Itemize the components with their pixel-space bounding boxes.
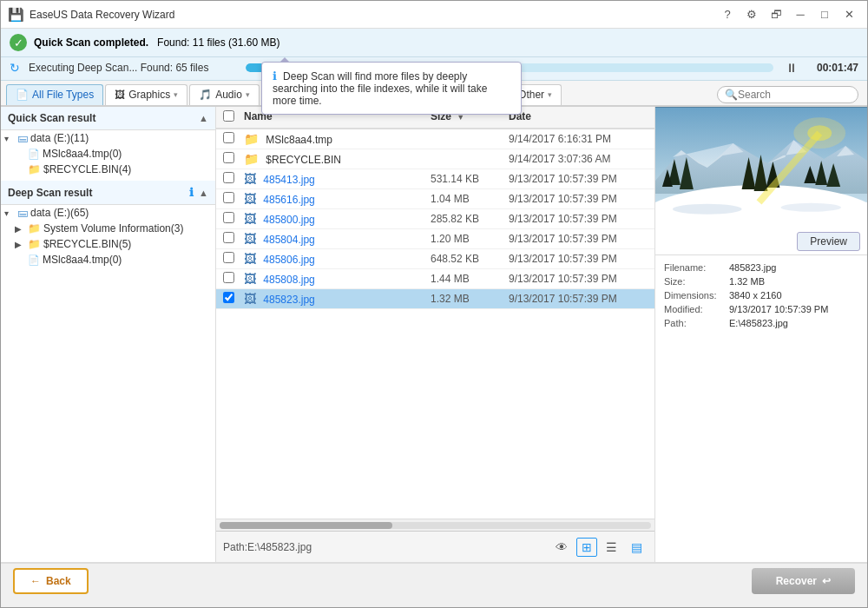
image-icon: 🖼 — [244, 232, 256, 246]
path-value: E:\485823.jpg — [729, 318, 788, 328]
quick-scan-root[interactable]: ▾ 🖴 data (E:)(11) — [1, 130, 215, 146]
row5-check[interactable] — [223, 232, 244, 246]
back-button[interactable]: ← Back — [13, 568, 89, 594]
tab-all-file-types[interactable]: 📄 All File Types — [6, 84, 103, 105]
scrollbar-thumb[interactable] — [220, 522, 392, 529]
other-chevron-icon: ▾ — [548, 90, 552, 99]
tab-other-label: Other — [518, 89, 544, 101]
row1-date: 9/14/2017 3:07:36 AM — [509, 153, 648, 165]
titlebar: 💾 EaseUS Data Recovery Wizard ? ⚙ 🗗 ─ □ … — [1, 1, 867, 29]
deep-scan-child-1[interactable]: ▶ 📁 $RECYCLE.BIN(5) — [1, 236, 215, 252]
row2-name: 🖼 485413.jpg — [244, 172, 431, 186]
deep-scan-child2-label: MSlc8aa4.tmp(0) — [43, 254, 212, 266]
drive-icon: 🖴 — [17, 132, 28, 144]
row2-check[interactable] — [223, 172, 244, 186]
search-box[interactable]: 🔍 — [717, 86, 858, 103]
row3-check[interactable] — [223, 192, 244, 206]
header-date[interactable]: Date — [509, 110, 648, 124]
table-row[interactable]: 🖼 485804.jpg 1.20 MB 9/13/2017 10:57:39 … — [216, 229, 654, 249]
deep-scan-child-2[interactable]: 📄 MSlc8aa4.tmp(0) — [1, 252, 215, 268]
view-icons: 👁 ⊞ ☰ ▤ — [550, 538, 648, 557]
row8-name: 🖼 485823.jpg — [244, 292, 431, 306]
search-icon: 🔍 — [725, 89, 738, 101]
eye-view-button[interactable]: 👁 — [550, 538, 573, 557]
pause-icon[interactable]: ⏸ — [786, 61, 798, 75]
recover-button[interactable]: Recover ↩ — [752, 568, 855, 594]
row7-check[interactable] — [223, 272, 244, 286]
row8-check[interactable] — [223, 292, 244, 306]
deep-scan-info-icon[interactable]: ℹ — [189, 186, 194, 199]
horizontal-scrollbar[interactable] — [216, 519, 654, 531]
info-icon: ℹ — [273, 69, 277, 83]
scrollbar-track[interactable] — [220, 522, 651, 529]
table-row[interactable]: 🖼 485806.jpg 648.52 KB 9/13/2017 10:57:3… — [216, 249, 654, 269]
audio-chevron-icon: ▾ — [246, 90, 250, 99]
svg-point-18 — [673, 204, 742, 215]
dimensions-label: Dimensions: — [664, 290, 729, 301]
restore-down-button[interactable]: 🗗 — [765, 5, 787, 24]
filename-value: 485823.jpg — [729, 262, 776, 273]
row5-name: 🖼 485804.jpg — [244, 232, 431, 246]
deep-scan-root-label: data (E:)(65) — [30, 207, 212, 219]
table-row[interactable]: 📁 $RECYCLE.BIN 9/14/2017 3:07:36 AM — [216, 149, 654, 169]
row6-date: 9/13/2017 10:57:39 PM — [509, 253, 648, 265]
back-label: Back — [46, 575, 71, 587]
quick-scan-child-0[interactable]: 📄 MSlc8aa4.tmp(0) — [1, 146, 215, 162]
minimize-button[interactable]: ─ — [789, 5, 812, 24]
row0-check[interactable] — [223, 132, 244, 146]
quick-scan-child0-label: MSlc8aa4.tmp(0) — [43, 148, 212, 160]
row6-check[interactable] — [223, 252, 244, 266]
action-bar: ← Back Recover ↩ — [1, 562, 867, 598]
quick-scan-controls: ▲ — [199, 113, 208, 123]
row1-name: 📁 $RECYCLE.BIN — [244, 152, 431, 166]
close-button[interactable]: ✕ — [838, 5, 860, 24]
info-size-row: Size: 1.32 MB — [664, 276, 858, 287]
grid-view-button[interactable]: ⊞ — [576, 538, 597, 557]
deep-scan-child0-label: System Volume Information(3) — [43, 222, 212, 235]
deep-scan-child-0[interactable]: ▶ 📁 System Volume Information(3) — [1, 221, 215, 236]
check-icon: ✓ — [10, 34, 27, 51]
image-icon: 🖼 — [244, 192, 256, 206]
maximize-button[interactable]: □ — [813, 5, 836, 24]
settings-button[interactable]: ⚙ — [740, 5, 763, 24]
row3-date: 9/13/2017 10:57:39 PM — [509, 193, 648, 205]
deep-scan-collapse-icon[interactable]: ▲ — [199, 188, 208, 198]
quick-scan-collapse-icon[interactable]: ▲ — [199, 113, 208, 123]
image-icon: 🖼 — [244, 292, 256, 306]
tab-audio-label: Audio — [215, 89, 242, 101]
table-row[interactable]: 🖼 485808.jpg 1.44 MB 9/13/2017 10:57:39 … — [216, 269, 654, 289]
tab-graphics[interactable]: 🖼 Graphics ▾ — [105, 84, 187, 105]
preview-button[interactable]: Preview — [797, 232, 860, 251]
table-row[interactable]: 🖼 485823.jpg 1.32 MB 9/13/2017 10:57:39 … — [216, 289, 654, 309]
preview-svg — [655, 107, 867, 228]
detail-view-button[interactable]: ▤ — [626, 538, 648, 557]
table-row[interactable]: 🖼 485413.jpg 531.14 KB 9/13/2017 10:57:3… — [216, 169, 654, 189]
filename-label: Filename: — [664, 262, 729, 273]
deep-folder-icon-0: 📁 — [28, 222, 41, 235]
progress-label: Executing Deep Scan... Found: 65 files — [29, 62, 237, 74]
help-button[interactable]: ? — [716, 5, 739, 24]
header-checkbox[interactable] — [223, 110, 234, 122]
deep-scan-root[interactable]: ▾ 🖴 data (E:)(65) — [1, 205, 215, 221]
deep-folder-icon-1: 📁 — [28, 238, 41, 250]
preview-panel: Preview Filename: 485823.jpg Size: 1.32 … — [654, 107, 867, 562]
table-row[interactable]: 🖼 485800.jpg 285.82 KB 9/13/2017 10:57:3… — [216, 209, 654, 229]
size-label: Size: — [664, 276, 729, 287]
row4-check[interactable] — [223, 212, 244, 226]
row7-name: 🖼 485808.jpg — [244, 272, 431, 286]
search-input[interactable] — [738, 89, 851, 101]
list-view-button[interactable]: ☰ — [601, 538, 622, 557]
image-icon: 🖼 — [244, 272, 256, 286]
row8-size: 1.32 MB — [431, 293, 509, 305]
progress-time: 00:01:47 — [806, 62, 858, 74]
table-row[interactable]: 🖼 485616.jpg 1.04 MB 9/13/2017 10:57:39 … — [216, 189, 654, 209]
row2-date: 9/13/2017 10:57:39 PM — [509, 173, 648, 185]
modified-value: 9/13/2017 10:57:39 PM — [729, 304, 828, 314]
table-row[interactable]: 📁 MSlc8aa4.tmp 9/14/2017 6:16:31 PM — [216, 129, 654, 149]
deep-scan-title: Deep Scan result — [8, 187, 92, 199]
tab-all-label: All File Types — [32, 89, 94, 101]
tab-audio[interactable]: 🎵 Audio ▾ — [189, 84, 260, 105]
quick-scan-child-1[interactable]: 📁 $RECYCLE.BIN(4) — [1, 162, 215, 177]
recover-icon: ↩ — [822, 575, 831, 587]
row1-check[interactable] — [223, 152, 244, 166]
